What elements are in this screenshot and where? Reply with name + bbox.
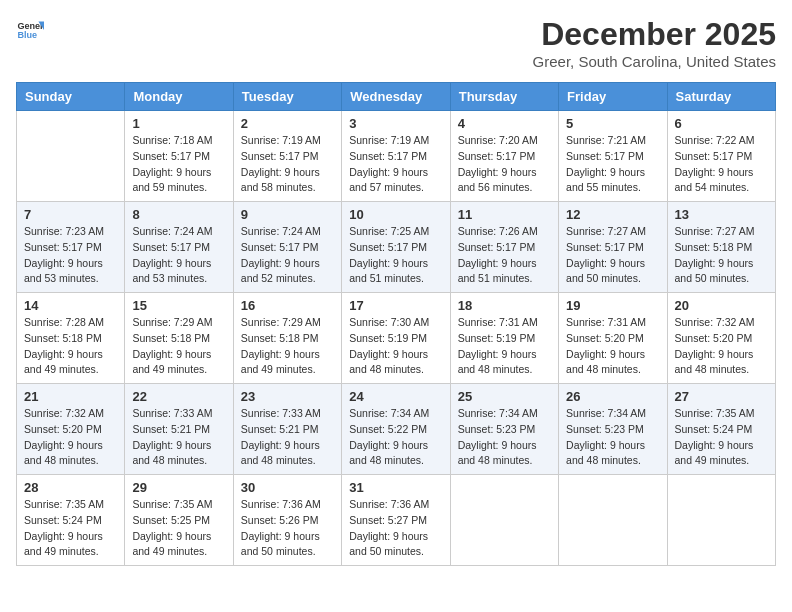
day-number: 13 (675, 207, 768, 222)
calendar-cell: 28Sunrise: 7:35 AM Sunset: 5:24 PM Dayli… (17, 475, 125, 566)
day-number: 18 (458, 298, 551, 313)
calendar-cell: 30Sunrise: 7:36 AM Sunset: 5:26 PM Dayli… (233, 475, 341, 566)
day-info: Sunrise: 7:32 AM Sunset: 5:20 PM Dayligh… (675, 315, 768, 378)
header-wednesday: Wednesday (342, 83, 450, 111)
day-number: 7 (24, 207, 117, 222)
calendar-week-row: 7Sunrise: 7:23 AM Sunset: 5:17 PM Daylig… (17, 202, 776, 293)
calendar-cell: 4Sunrise: 7:20 AM Sunset: 5:17 PM Daylig… (450, 111, 558, 202)
day-number: 15 (132, 298, 225, 313)
day-info: Sunrise: 7:27 AM Sunset: 5:17 PM Dayligh… (566, 224, 659, 287)
calendar-cell: 15Sunrise: 7:29 AM Sunset: 5:18 PM Dayli… (125, 293, 233, 384)
day-number: 21 (24, 389, 117, 404)
day-number: 25 (458, 389, 551, 404)
day-number: 14 (24, 298, 117, 313)
calendar-cell: 1Sunrise: 7:18 AM Sunset: 5:17 PM Daylig… (125, 111, 233, 202)
calendar-cell: 26Sunrise: 7:34 AM Sunset: 5:23 PM Dayli… (559, 384, 667, 475)
header-sunday: Sunday (17, 83, 125, 111)
calendar: SundayMondayTuesdayWednesdayThursdayFrid… (16, 82, 776, 566)
calendar-cell: 22Sunrise: 7:33 AM Sunset: 5:21 PM Dayli… (125, 384, 233, 475)
calendar-cell (667, 475, 775, 566)
day-info: Sunrise: 7:35 AM Sunset: 5:25 PM Dayligh… (132, 497, 225, 560)
day-info: Sunrise: 7:24 AM Sunset: 5:17 PM Dayligh… (132, 224, 225, 287)
calendar-cell: 29Sunrise: 7:35 AM Sunset: 5:25 PM Dayli… (125, 475, 233, 566)
calendar-week-row: 1Sunrise: 7:18 AM Sunset: 5:17 PM Daylig… (17, 111, 776, 202)
header: General Blue December 2025 Greer, South … (16, 16, 776, 70)
title-area: December 2025 Greer, South Carolina, Uni… (533, 16, 776, 70)
calendar-cell: 10Sunrise: 7:25 AM Sunset: 5:17 PM Dayli… (342, 202, 450, 293)
day-number: 16 (241, 298, 334, 313)
day-info: Sunrise: 7:19 AM Sunset: 5:17 PM Dayligh… (349, 133, 442, 196)
calendar-cell: 18Sunrise: 7:31 AM Sunset: 5:19 PM Dayli… (450, 293, 558, 384)
calendar-cell: 12Sunrise: 7:27 AM Sunset: 5:17 PM Dayli… (559, 202, 667, 293)
calendar-cell: 24Sunrise: 7:34 AM Sunset: 5:22 PM Dayli… (342, 384, 450, 475)
calendar-cell: 3Sunrise: 7:19 AM Sunset: 5:17 PM Daylig… (342, 111, 450, 202)
day-info: Sunrise: 7:31 AM Sunset: 5:19 PM Dayligh… (458, 315, 551, 378)
day-number: 9 (241, 207, 334, 222)
day-number: 3 (349, 116, 442, 131)
day-number: 8 (132, 207, 225, 222)
day-number: 26 (566, 389, 659, 404)
day-number: 10 (349, 207, 442, 222)
day-info: Sunrise: 7:24 AM Sunset: 5:17 PM Dayligh… (241, 224, 334, 287)
day-number: 31 (349, 480, 442, 495)
calendar-cell: 13Sunrise: 7:27 AM Sunset: 5:18 PM Dayli… (667, 202, 775, 293)
calendar-cell: 16Sunrise: 7:29 AM Sunset: 5:18 PM Dayli… (233, 293, 341, 384)
logo: General Blue (16, 16, 44, 44)
location-title: Greer, South Carolina, United States (533, 53, 776, 70)
day-number: 11 (458, 207, 551, 222)
calendar-cell (559, 475, 667, 566)
calendar-cell: 17Sunrise: 7:30 AM Sunset: 5:19 PM Dayli… (342, 293, 450, 384)
day-info: Sunrise: 7:34 AM Sunset: 5:23 PM Dayligh… (566, 406, 659, 469)
day-number: 24 (349, 389, 442, 404)
day-info: Sunrise: 7:33 AM Sunset: 5:21 PM Dayligh… (241, 406, 334, 469)
day-info: Sunrise: 7:29 AM Sunset: 5:18 PM Dayligh… (132, 315, 225, 378)
day-info: Sunrise: 7:20 AM Sunset: 5:17 PM Dayligh… (458, 133, 551, 196)
calendar-cell: 20Sunrise: 7:32 AM Sunset: 5:20 PM Dayli… (667, 293, 775, 384)
calendar-cell: 25Sunrise: 7:34 AM Sunset: 5:23 PM Dayli… (450, 384, 558, 475)
day-number: 20 (675, 298, 768, 313)
calendar-cell: 2Sunrise: 7:19 AM Sunset: 5:17 PM Daylig… (233, 111, 341, 202)
day-info: Sunrise: 7:34 AM Sunset: 5:23 PM Dayligh… (458, 406, 551, 469)
day-number: 17 (349, 298, 442, 313)
header-saturday: Saturday (667, 83, 775, 111)
calendar-cell: 5Sunrise: 7:21 AM Sunset: 5:17 PM Daylig… (559, 111, 667, 202)
day-number: 6 (675, 116, 768, 131)
day-info: Sunrise: 7:36 AM Sunset: 5:26 PM Dayligh… (241, 497, 334, 560)
calendar-cell: 21Sunrise: 7:32 AM Sunset: 5:20 PM Dayli… (17, 384, 125, 475)
day-info: Sunrise: 7:26 AM Sunset: 5:17 PM Dayligh… (458, 224, 551, 287)
day-number: 2 (241, 116, 334, 131)
header-monday: Monday (125, 83, 233, 111)
day-number: 1 (132, 116, 225, 131)
calendar-week-row: 28Sunrise: 7:35 AM Sunset: 5:24 PM Dayli… (17, 475, 776, 566)
logo-icon: General Blue (16, 16, 44, 44)
day-info: Sunrise: 7:34 AM Sunset: 5:22 PM Dayligh… (349, 406, 442, 469)
calendar-week-row: 14Sunrise: 7:28 AM Sunset: 5:18 PM Dayli… (17, 293, 776, 384)
day-info: Sunrise: 7:23 AM Sunset: 5:17 PM Dayligh… (24, 224, 117, 287)
day-info: Sunrise: 7:29 AM Sunset: 5:18 PM Dayligh… (241, 315, 334, 378)
calendar-cell (17, 111, 125, 202)
day-info: Sunrise: 7:21 AM Sunset: 5:17 PM Dayligh… (566, 133, 659, 196)
calendar-cell: 9Sunrise: 7:24 AM Sunset: 5:17 PM Daylig… (233, 202, 341, 293)
calendar-cell: 6Sunrise: 7:22 AM Sunset: 5:17 PM Daylig… (667, 111, 775, 202)
month-title: December 2025 (533, 16, 776, 53)
day-number: 28 (24, 480, 117, 495)
calendar-cell: 7Sunrise: 7:23 AM Sunset: 5:17 PM Daylig… (17, 202, 125, 293)
calendar-cell: 31Sunrise: 7:36 AM Sunset: 5:27 PM Dayli… (342, 475, 450, 566)
calendar-cell: 8Sunrise: 7:24 AM Sunset: 5:17 PM Daylig… (125, 202, 233, 293)
calendar-cell: 27Sunrise: 7:35 AM Sunset: 5:24 PM Dayli… (667, 384, 775, 475)
day-info: Sunrise: 7:27 AM Sunset: 5:18 PM Dayligh… (675, 224, 768, 287)
day-number: 29 (132, 480, 225, 495)
day-number: 23 (241, 389, 334, 404)
header-thursday: Thursday (450, 83, 558, 111)
calendar-cell: 11Sunrise: 7:26 AM Sunset: 5:17 PM Dayli… (450, 202, 558, 293)
day-info: Sunrise: 7:18 AM Sunset: 5:17 PM Dayligh… (132, 133, 225, 196)
day-info: Sunrise: 7:35 AM Sunset: 5:24 PM Dayligh… (24, 497, 117, 560)
calendar-cell: 23Sunrise: 7:33 AM Sunset: 5:21 PM Dayli… (233, 384, 341, 475)
calendar-week-row: 21Sunrise: 7:32 AM Sunset: 5:20 PM Dayli… (17, 384, 776, 475)
day-number: 27 (675, 389, 768, 404)
svg-text:Blue: Blue (17, 30, 37, 40)
day-number: 30 (241, 480, 334, 495)
day-number: 4 (458, 116, 551, 131)
day-info: Sunrise: 7:33 AM Sunset: 5:21 PM Dayligh… (132, 406, 225, 469)
day-info: Sunrise: 7:32 AM Sunset: 5:20 PM Dayligh… (24, 406, 117, 469)
